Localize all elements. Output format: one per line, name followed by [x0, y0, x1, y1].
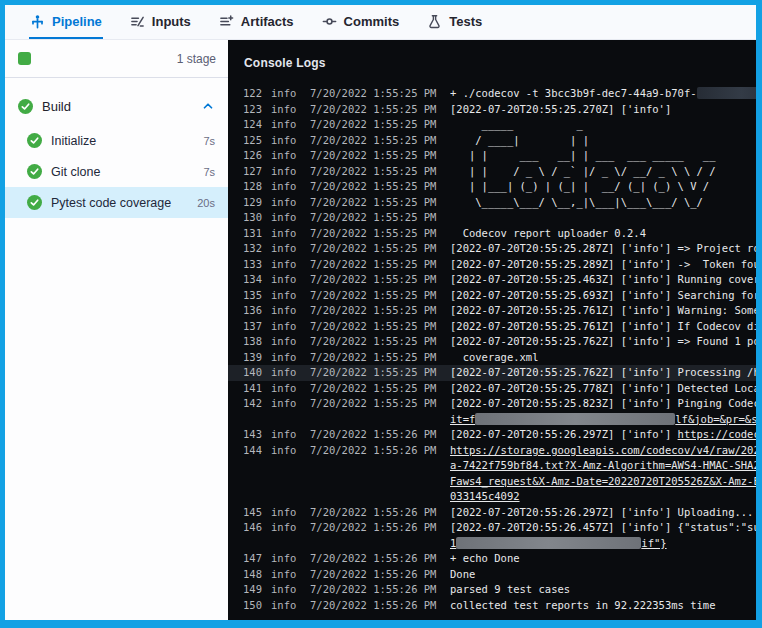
log-timestamp: 7/20/2022 1:55:25 PM	[310, 102, 442, 118]
log-text: _____ _	[450, 118, 583, 130]
tab-label: Commits	[344, 14, 400, 29]
log-link[interactable]: https://codecov.io/	[678, 428, 756, 440]
step-label: Pytest code coverage	[51, 196, 171, 210]
tab-label: Pipeline	[52, 14, 102, 29]
log-line-number: 133	[238, 257, 262, 273]
log-level: info	[271, 241, 301, 257]
stage-group-build[interactable]: Build	[5, 87, 228, 125]
log-line[interactable]: 124info7/20/2022 1:55:25 PM _____ _	[228, 117, 756, 133]
log-line[interactable]: 138info7/20/2022 1:55:25 PM[2022-07-20T2…	[228, 334, 756, 350]
log-timestamp: 7/20/2022 1:55:26 PM	[310, 427, 442, 443]
log-line[interactable]: 136info7/20/2022 1:55:25 PM[2022-07-20T2…	[228, 303, 756, 319]
log-message: [2022-07-20T20:55:26.297Z] ['info'] Uplo…	[450, 505, 756, 521]
log-line[interactable]: 149info7/20/2022 1:55:26 PMparsed 9 test…	[228, 582, 756, 598]
step-initialize[interactable]: Initialize7s	[5, 125, 228, 156]
log-line[interactable]: 131info7/20/2022 1:55:25 PM Codecov repo…	[228, 226, 756, 242]
log-line[interactable]: 126info7/20/2022 1:55:25 PM | | ___ __| …	[228, 148, 756, 164]
stage-summary-header: 1 stage	[5, 40, 228, 77]
log-line[interactable]: 144info7/20/2022 1:55:26 PMhttps://stora…	[228, 443, 756, 459]
tab-bar: PipelineInputsArtifactsCommitsTests	[5, 5, 756, 40]
log-line[interactable]: 145info7/20/2022 1:55:26 PM[2022-07-20T2…	[228, 505, 756, 521]
log-line[interactable]: 150info7/20/2022 1:55:26 PMcollected tes…	[228, 598, 756, 614]
log-link[interactable]: 033145c4092	[450, 490, 520, 502]
stage-group-label: Build	[42, 99, 71, 114]
step-pytest-code-coverage[interactable]: Pytest code coverage20s	[5, 187, 228, 218]
log-timestamp: 7/20/2022 1:55:25 PM	[310, 272, 442, 288]
log-text: + echo Done	[450, 552, 520, 564]
log-line[interactable]: 133info7/20/2022 1:55:25 PM[2022-07-20T2…	[228, 257, 756, 273]
log-message: / ____| | |	[450, 133, 756, 149]
log-line[interactable]: 123info7/20/2022 1:55:25 PM[2022-07-20T2…	[228, 102, 756, 118]
log-line[interactable]: 137info7/20/2022 1:55:25 PM[2022-07-20T2…	[228, 319, 756, 335]
log-link[interactable]: https://storage.googleapis.com/codecov/v…	[450, 444, 756, 456]
log-line[interactable]: 135info7/20/2022 1:55:25 PM[2022-07-20T2…	[228, 288, 756, 304]
log-line-number: 137	[238, 319, 262, 335]
log-line[interactable]: 129info7/20/2022 1:55:25 PM \_____\___/ …	[228, 195, 756, 211]
tab-commits[interactable]: Commits	[321, 5, 401, 39]
log-level: info	[271, 551, 301, 567]
log-text: [2022-07-20T20:55:26.457Z] ['info'] {"st…	[450, 521, 756, 533]
log-message: Codecov report uploader 0.2.4	[450, 226, 756, 242]
log-line[interactable]: Faws4_request&X-Amz-Date=20220720T205526…	[228, 474, 756, 490]
log-line-number: 140	[238, 365, 262, 381]
log-line[interactable]: 147info7/20/2022 1:55:26 PM+ echo Done	[228, 551, 756, 567]
log-line[interactable]: 143info7/20/2022 1:55:26 PM[2022-07-20T2…	[228, 427, 756, 443]
tab-inputs[interactable]: Inputs	[129, 5, 192, 39]
log-line[interactable]: 127info7/20/2022 1:55:25 PM | | / _ \ / …	[228, 164, 756, 180]
content-area: 1 stage Build Initialize7sGit clone7sPyt…	[5, 40, 756, 620]
log-line-number: 136	[238, 303, 262, 319]
log-level: info	[271, 226, 301, 242]
log-message: [2022-07-20T20:55:25.693Z] ['info'] Sear…	[450, 288, 756, 304]
step-duration: 7s	[203, 166, 215, 178]
step-duration: 20s	[197, 197, 215, 209]
log-line-number: 126	[238, 148, 262, 164]
log-level: info	[271, 427, 301, 443]
log-line[interactable]: 139info7/20/2022 1:55:25 PM coverage.xml	[228, 350, 756, 366]
log-timestamp: 7/20/2022 1:55:25 PM	[310, 164, 442, 180]
log-message: Faws4_request&X-Amz-Date=20220720T205526…	[450, 474, 756, 490]
log-line[interactable]: 146info7/20/2022 1:55:26 PM[2022-07-20T2…	[228, 520, 756, 536]
log-message: + ./codecov -t 3bcc3b9f-dec7-44a9-b70f-	[450, 86, 756, 102]
log-text: [2022-07-20T20:55:26.297Z] ['info'] Uplo…	[450, 506, 753, 518]
step-label: Git clone	[51, 165, 100, 179]
log-message: 1if"}	[450, 536, 756, 552]
log-line-number: 135	[238, 288, 262, 304]
log-line[interactable]: 148info7/20/2022 1:55:26 PMDone	[228, 567, 756, 583]
log-line[interactable]: 125info7/20/2022 1:55:25 PM / ____| | |	[228, 133, 756, 149]
tab-pipeline[interactable]: Pipeline	[29, 5, 103, 39]
log-timestamp: 7/20/2022 1:55:25 PM	[310, 241, 442, 257]
log-line[interactable]: a-7422f759bf84.txt?X-Amz-Algorithm=AWS4-…	[228, 458, 756, 474]
step-git-clone[interactable]: Git clone7s	[5, 156, 228, 187]
log-level: info	[271, 210, 301, 226]
log-text: [2022-07-20T20:55:25.823Z] ['info'] Ping…	[450, 397, 756, 409]
log-line[interactable]: 122info7/20/2022 1:55:25 PM+ ./codecov -…	[228, 86, 756, 102]
log-line[interactable]: 141info7/20/2022 1:55:25 PM[2022-07-20T2…	[228, 381, 756, 397]
log-link[interactable]: if"}	[641, 537, 666, 549]
log-link[interactable]: a-7422f759bf84.txt?X-Amz-Algorithm=AWS4-…	[450, 459, 756, 471]
log-line[interactable]: 033145c4092	[228, 489, 756, 505]
log-line[interactable]: 140info7/20/2022 1:55:25 PM[2022-07-20T2…	[228, 365, 756, 381]
log-link[interactable]: it=f	[450, 413, 475, 425]
log-timestamp: 7/20/2022 1:55:25 PM	[310, 396, 442, 412]
log-line[interactable]: 1if"}	[228, 536, 756, 552]
log-message: Done	[450, 567, 756, 583]
log-level: info	[271, 195, 301, 211]
tab-artifacts[interactable]: Artifacts	[218, 5, 295, 39]
log-line[interactable]: it=flf&job=&pr=&se	[228, 412, 756, 428]
log-message: \_____\___/ \__,_|\___|\___\___/ \_/	[450, 195, 756, 211]
log-link[interactable]: Faws4_request&X-Amz-Date=20220720T205526…	[450, 475, 756, 487]
log-line[interactable]: 134info7/20/2022 1:55:25 PM[2022-07-20T2…	[228, 272, 756, 288]
log-text: [2022-07-20T20:55:25.778Z] ['info'] Dete…	[450, 382, 756, 394]
log-link[interactable]: lf&job=&pr=&se	[675, 413, 756, 425]
log-message: [2022-07-20T20:55:25.762Z] ['info'] Proc…	[450, 365, 756, 381]
log-line-number: 124	[238, 117, 262, 133]
log-line[interactable]: 128info7/20/2022 1:55:25 PM | |___| (_) …	[228, 179, 756, 195]
log-level: info	[271, 520, 301, 536]
log-line[interactable]: 132info7/20/2022 1:55:25 PM[2022-07-20T2…	[228, 241, 756, 257]
log-line[interactable]: 142info7/20/2022 1:55:25 PM[2022-07-20T2…	[228, 396, 756, 412]
log-line[interactable]: 130info7/20/2022 1:55:25 PM	[228, 210, 756, 226]
log-line-number: 129	[238, 195, 262, 211]
tab-tests[interactable]: Tests	[426, 5, 483, 39]
log-level: info	[271, 272, 301, 288]
chevron-up-icon[interactable]	[201, 99, 215, 113]
